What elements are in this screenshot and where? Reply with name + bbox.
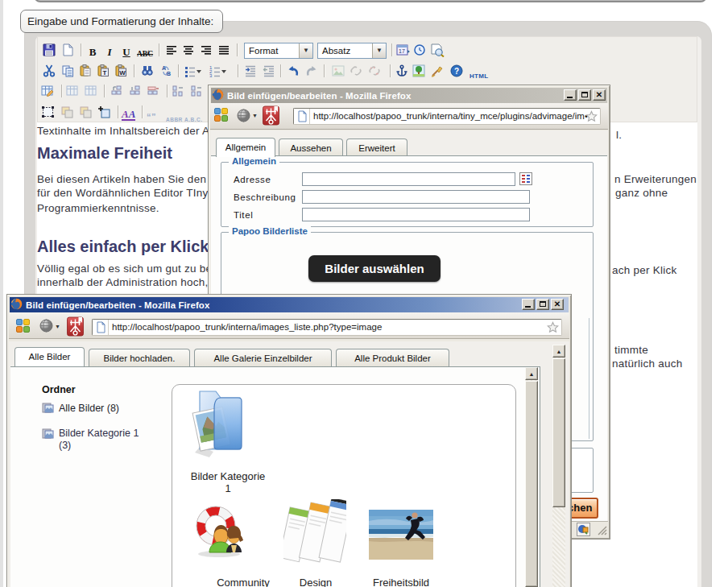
svg-text:17: 17 <box>399 48 405 54</box>
svg-text:T: T <box>103 69 107 76</box>
svg-text:W: W <box>119 69 126 76</box>
svg-text:3: 3 <box>209 73 213 77</box>
svg-text:?: ? <box>454 67 459 76</box>
